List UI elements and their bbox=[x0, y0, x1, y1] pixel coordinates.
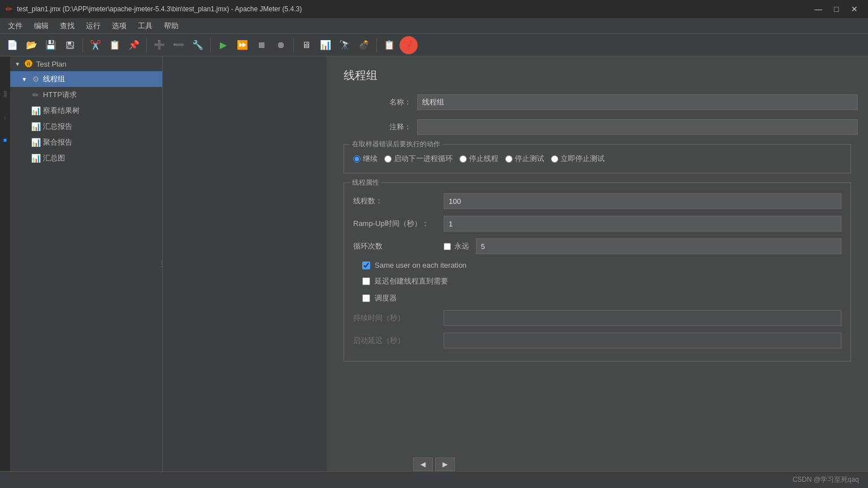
scheduler-checkbox[interactable] bbox=[362, 294, 370, 302]
tree-item-summaryreport[interactable]: 📊 汇总报告 bbox=[10, 119, 162, 134]
radio-stop-thread-input[interactable] bbox=[459, 155, 467, 163]
duration-input[interactable] bbox=[444, 310, 841, 326]
menu-edit[interactable]: 编辑 bbox=[28, 19, 54, 33]
prev-button[interactable]: ◀ bbox=[413, 457, 433, 471]
radio-start-next-label: 启动下一进程循环 bbox=[394, 154, 453, 164]
loop-forever-checkbox[interactable] bbox=[444, 243, 451, 250]
radio-continue-input[interactable] bbox=[353, 155, 361, 163]
menu-help[interactable]: 帮助 bbox=[158, 19, 184, 33]
new-button[interactable]: 📄 bbox=[3, 36, 21, 54]
tree-item-summarychart[interactable]: 📊 汇总图 bbox=[10, 150, 162, 166]
radio-stop-test[interactable]: 停止测试 bbox=[505, 154, 544, 164]
comment-row: 注释： bbox=[344, 119, 851, 135]
shutdown-button[interactable]: ⏺ bbox=[272, 36, 290, 54]
close-button[interactable]: ✕ bbox=[847, 3, 862, 15]
stop-button[interactable]: ⏹ bbox=[253, 36, 271, 54]
radio-stop-thread-label: 停止线程 bbox=[469, 154, 498, 164]
tree-item-testplan[interactable]: ▼ 🅐 Test Plan bbox=[10, 56, 162, 71]
menu-run[interactable]: 运行 bbox=[80, 19, 106, 33]
minimize-button[interactable]: — bbox=[810, 3, 826, 15]
collapse-button[interactable]: ➖ bbox=[170, 36, 188, 54]
binoculars-button[interactable]: 🔭 bbox=[336, 36, 354, 54]
radio-continue[interactable]: 继续 bbox=[353, 154, 377, 164]
tree-item-resulttree[interactable]: 📊 察看结果树 bbox=[10, 103, 162, 119]
radio-stop-test-label: 停止测试 bbox=[515, 154, 544, 164]
arrow-threadgroup: ▼ bbox=[21, 76, 28, 82]
tree-item-httpreq[interactable]: ✏ HTTP请求 bbox=[10, 87, 162, 103]
tree-item-aggregatereport[interactable]: 📊 聚合报告 bbox=[10, 134, 162, 150]
startup-delay-input[interactable] bbox=[444, 333, 841, 348]
title-bar-left: ✏ test_plan1.jmx (D:\APP\jmeter\apache-j… bbox=[6, 5, 302, 14]
svg-rect-1 bbox=[68, 42, 71, 45]
help-button[interactable]: ❓ bbox=[400, 36, 418, 54]
loop-forever-label[interactable]: 永远 bbox=[454, 241, 469, 251]
clear-button[interactable]: 💣 bbox=[355, 36, 373, 54]
left-label-active: ■ bbox=[2, 137, 8, 144]
summarychart-icon: 📊 bbox=[31, 154, 41, 163]
menu-options[interactable]: 选项 bbox=[106, 19, 132, 33]
radio-start-next[interactable]: 启动下一进程循环 bbox=[384, 154, 453, 164]
expand-button[interactable]: ➕ bbox=[150, 36, 168, 54]
title-bar-controls: — □ ✕ bbox=[810, 3, 862, 15]
svg-rect-2 bbox=[68, 46, 72, 48]
left-edge: iter ↕ ■ bbox=[0, 56, 10, 471]
radio-stop-thread[interactable]: 停止线程 bbox=[459, 154, 498, 164]
saveas-button[interactable] bbox=[61, 36, 79, 54]
startup-delay-label: 启动延迟（秒） bbox=[353, 336, 444, 346]
remote-start-button[interactable]: 🖥 bbox=[297, 36, 315, 54]
toolbar-sep-4 bbox=[293, 38, 294, 52]
delay-thread-row: 延迟创建线程直到需要 bbox=[353, 276, 841, 286]
resulttree-icon: 📊 bbox=[31, 106, 41, 115]
summarychart-label: 汇总图 bbox=[43, 153, 65, 163]
table-button[interactable]: 📋 bbox=[380, 36, 398, 54]
menu-find[interactable]: 查找 bbox=[54, 19, 80, 33]
remote-stop-button[interactable]: 📊 bbox=[316, 36, 335, 54]
comment-input[interactable] bbox=[417, 119, 858, 135]
thread-props-title: 线程属性 bbox=[350, 178, 381, 188]
menu-tools[interactable]: 工具 bbox=[132, 19, 158, 33]
radio-stop-now-input[interactable] bbox=[551, 155, 558, 163]
name-input[interactable] bbox=[417, 94, 858, 110]
loop-row: 循环次数 永远 bbox=[353, 238, 841, 254]
same-user-row: Same user on each iteration bbox=[353, 261, 841, 269]
comment-label: 注释： bbox=[344, 122, 417, 132]
next-button[interactable]: ▶ bbox=[435, 457, 455, 471]
open-button[interactable]: 📂 bbox=[23, 36, 41, 54]
radio-stop-now[interactable]: 立即停止测试 bbox=[551, 154, 605, 164]
httpreq-label: HTTP请求 bbox=[43, 90, 77, 100]
radio-group: 继续 启动下一进程循环 停止线程 停止测试 立即停止测试 bbox=[353, 150, 841, 167]
threads-input[interactable] bbox=[444, 193, 841, 209]
menu-file[interactable]: 文件 bbox=[2, 19, 28, 33]
scheduler-row: 调度器 bbox=[353, 293, 841, 303]
testplan-icon: 🅐 bbox=[24, 59, 34, 68]
save-button[interactable]: 💾 bbox=[42, 36, 60, 54]
scheduler-label[interactable]: 调度器 bbox=[375, 293, 397, 303]
radio-start-next-input[interactable] bbox=[384, 155, 392, 163]
delay-thread-label[interactable]: 延迟创建线程直到需要 bbox=[375, 276, 448, 286]
title-bar: ✏ test_plan1.jmx (D:\APP\jmeter\apache-j… bbox=[0, 0, 868, 18]
loop-label: 循环次数 bbox=[353, 241, 444, 251]
threads-label: 线程数： bbox=[353, 196, 444, 206]
radio-stop-test-input[interactable] bbox=[505, 155, 513, 163]
tree-item-threadgroup[interactable]: ▼ ⚙ 线程组 bbox=[10, 71, 162, 87]
delay-thread-checkbox[interactable] bbox=[362, 277, 370, 285]
same-user-checkbox[interactable] bbox=[362, 262, 370, 269]
start-no-pause-button[interactable]: ⏩ bbox=[233, 36, 251, 54]
paste-button[interactable]: 📌 bbox=[125, 36, 143, 54]
toolbar-sep-5 bbox=[376, 38, 377, 52]
aggregatereport-icon: 📊 bbox=[31, 138, 41, 147]
same-user-label[interactable]: Same user on each iteration bbox=[375, 261, 467, 269]
toolbar: 📄 📂 💾 ✂️ 📋 📌 ➕ ➖ 🔧 ▶ ⏩ ⏹ ⏺ 🖥 📊 🔭 💣 📋 ❓ bbox=[0, 34, 868, 56]
start-button[interactable]: ▶ bbox=[214, 36, 232, 54]
toolbar-sep-3 bbox=[210, 38, 211, 52]
toggle-button[interactable]: 🔧 bbox=[189, 36, 207, 54]
sidebar-resize-handle[interactable]: ⋮ bbox=[159, 56, 164, 471]
threadgroup-icon: ⚙ bbox=[31, 75, 41, 84]
rampup-input[interactable] bbox=[444, 216, 841, 232]
loop-count-input[interactable] bbox=[476, 238, 841, 254]
cut-button[interactable]: ✂️ bbox=[86, 36, 105, 54]
maximize-button[interactable]: □ bbox=[828, 3, 844, 15]
copy-button[interactable]: 📋 bbox=[106, 36, 124, 54]
window-title: test_plan1.jmx (D:\APP\jmeter\apache-jme… bbox=[17, 5, 302, 13]
panel-title: 线程组 bbox=[344, 68, 851, 83]
